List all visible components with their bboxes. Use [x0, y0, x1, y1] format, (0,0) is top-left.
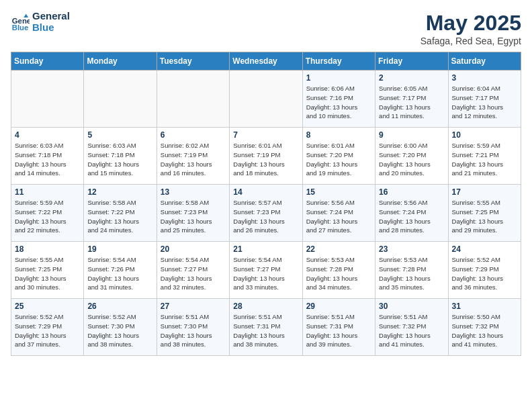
logo: General Blue General Blue — [11, 11, 70, 33]
day-info: Sunrise: 6:06 AM Sunset: 7:16 PM Dayligh… — [306, 84, 371, 121]
weekday-header-monday: Monday — [84, 52, 157, 71]
day-number: 13 — [161, 187, 226, 197]
weekday-header-friday: Friday — [375, 52, 448, 71]
logo-text-general: General — [32, 11, 70, 22]
calendar-cell: 15Sunrise: 5:56 AM Sunset: 7:24 PM Dayli… — [302, 185, 375, 242]
day-info: Sunrise: 6:02 AM Sunset: 7:19 PM Dayligh… — [161, 141, 226, 178]
calendar-week-row: 11Sunrise: 5:59 AM Sunset: 7:22 PM Dayli… — [11, 185, 521, 242]
logo-icon: General Blue — [11, 13, 30, 32]
calendar-week-row: 1Sunrise: 6:06 AM Sunset: 7:16 PM Daylig… — [11, 71, 521, 128]
calendar-cell — [230, 71, 302, 128]
title-block: May 2025 Safaga, Red Sea, Egypt — [420, 11, 521, 46]
page-header: General Blue General Blue May 2025 Safag… — [11, 11, 521, 46]
day-info: Sunrise: 5:52 AM Sunset: 7:29 PM Dayligh… — [452, 255, 517, 292]
day-info: Sunrise: 5:59 AM Sunset: 7:21 PM Dayligh… — [452, 141, 517, 178]
day-number: 29 — [306, 302, 371, 311]
day-number: 19 — [87, 244, 152, 254]
day-info: Sunrise: 5:51 AM Sunset: 7:31 PM Dayligh… — [233, 312, 298, 349]
day-info: Sunrise: 5:52 AM Sunset: 7:29 PM Dayligh… — [15, 312, 80, 349]
day-info: Sunrise: 5:52 AM Sunset: 7:30 PM Dayligh… — [87, 312, 152, 349]
day-number: 21 — [233, 244, 298, 254]
day-info: Sunrise: 6:05 AM Sunset: 7:17 PM Dayligh… — [379, 84, 444, 121]
weekday-header-tuesday: Tuesday — [157, 52, 229, 71]
day-number: 5 — [87, 130, 152, 140]
calendar-cell: 27Sunrise: 5:51 AM Sunset: 7:30 PM Dayli… — [157, 299, 229, 356]
calendar-cell: 1Sunrise: 6:06 AM Sunset: 7:16 PM Daylig… — [302, 71, 375, 128]
calendar-cell: 16Sunrise: 5:56 AM Sunset: 7:24 PM Dayli… — [375, 185, 448, 242]
calendar-cell: 4Sunrise: 6:03 AM Sunset: 7:18 PM Daylig… — [11, 128, 84, 185]
day-number: 2 — [379, 73, 444, 83]
calendar-cell: 18Sunrise: 5:55 AM Sunset: 7:25 PM Dayli… — [11, 242, 84, 299]
day-number: 6 — [161, 130, 226, 140]
day-number: 17 — [452, 187, 517, 197]
day-info: Sunrise: 6:01 AM Sunset: 7:19 PM Dayligh… — [233, 141, 298, 178]
calendar-week-row: 4Sunrise: 6:03 AM Sunset: 7:18 PM Daylig… — [11, 128, 521, 185]
calendar-cell: 14Sunrise: 5:57 AM Sunset: 7:23 PM Dayli… — [230, 185, 302, 242]
day-number: 20 — [161, 244, 226, 254]
day-number: 4 — [15, 130, 80, 140]
day-info: Sunrise: 5:55 AM Sunset: 7:25 PM Dayligh… — [452, 198, 517, 235]
calendar-table: SundayMondayTuesdayWednesdayThursdayFrid… — [11, 52, 521, 356]
day-info: Sunrise: 5:59 AM Sunset: 7:22 PM Dayligh… — [15, 198, 80, 235]
logo-text-blue: Blue — [32, 22, 70, 34]
location-subtitle: Safaga, Red Sea, Egypt — [420, 36, 521, 46]
calendar-cell: 20Sunrise: 5:54 AM Sunset: 7:27 PM Dayli… — [157, 242, 229, 299]
calendar-cell: 26Sunrise: 5:52 AM Sunset: 7:30 PM Dayli… — [84, 299, 157, 356]
calendar-cell: 19Sunrise: 5:54 AM Sunset: 7:26 PM Dayli… — [84, 242, 157, 299]
day-info: Sunrise: 5:56 AM Sunset: 7:24 PM Dayligh… — [379, 198, 444, 235]
calendar-cell: 24Sunrise: 5:52 AM Sunset: 7:29 PM Dayli… — [448, 242, 521, 299]
day-number: 31 — [452, 302, 517, 311]
day-info: Sunrise: 5:56 AM Sunset: 7:24 PM Dayligh… — [306, 198, 371, 235]
day-number: 1 — [306, 73, 371, 83]
day-info: Sunrise: 5:53 AM Sunset: 7:28 PM Dayligh… — [379, 255, 444, 292]
day-info: Sunrise: 5:54 AM Sunset: 7:26 PM Dayligh… — [87, 255, 152, 292]
day-number: 3 — [452, 73, 517, 83]
day-number: 22 — [306, 244, 371, 254]
day-info: Sunrise: 5:53 AM Sunset: 7:28 PM Dayligh… — [306, 255, 371, 292]
day-number: 9 — [379, 130, 444, 140]
day-info: Sunrise: 5:58 AM Sunset: 7:23 PM Dayligh… — [161, 198, 226, 235]
calendar-cell: 5Sunrise: 6:03 AM Sunset: 7:18 PM Daylig… — [84, 128, 157, 185]
calendar-cell — [157, 71, 229, 128]
calendar-week-row: 25Sunrise: 5:52 AM Sunset: 7:29 PM Dayli… — [11, 299, 521, 356]
day-number: 25 — [15, 302, 80, 311]
calendar-cell: 29Sunrise: 5:51 AM Sunset: 7:31 PM Dayli… — [302, 299, 375, 356]
calendar-cell: 13Sunrise: 5:58 AM Sunset: 7:23 PM Dayli… — [157, 185, 229, 242]
day-info: Sunrise: 6:01 AM Sunset: 7:20 PM Dayligh… — [306, 141, 371, 178]
day-number: 14 — [233, 187, 298, 197]
calendar-cell: 9Sunrise: 6:00 AM Sunset: 7:20 PM Daylig… — [375, 128, 448, 185]
day-number: 18 — [15, 244, 80, 254]
day-info: Sunrise: 5:54 AM Sunset: 7:27 PM Dayligh… — [161, 255, 226, 292]
day-number: 16 — [379, 187, 444, 197]
day-number: 10 — [452, 130, 517, 140]
calendar-cell: 12Sunrise: 5:58 AM Sunset: 7:22 PM Dayli… — [84, 185, 157, 242]
calendar-cell: 10Sunrise: 5:59 AM Sunset: 7:21 PM Dayli… — [448, 128, 521, 185]
calendar-cell: 11Sunrise: 5:59 AM Sunset: 7:22 PM Dayli… — [11, 185, 84, 242]
calendar-header-row: SundayMondayTuesdayWednesdayThursdayFrid… — [11, 52, 521, 71]
calendar-cell: 25Sunrise: 5:52 AM Sunset: 7:29 PM Dayli… — [11, 299, 84, 356]
day-number: 11 — [15, 187, 80, 197]
calendar-cell: 6Sunrise: 6:02 AM Sunset: 7:19 PM Daylig… — [157, 128, 229, 185]
calendar-cell: 7Sunrise: 6:01 AM Sunset: 7:19 PM Daylig… — [230, 128, 302, 185]
calendar-cell: 21Sunrise: 5:54 AM Sunset: 7:27 PM Dayli… — [230, 242, 302, 299]
day-info: Sunrise: 5:50 AM Sunset: 7:32 PM Dayligh… — [452, 312, 517, 349]
calendar-cell: 2Sunrise: 6:05 AM Sunset: 7:17 PM Daylig… — [375, 71, 448, 128]
day-info: Sunrise: 6:03 AM Sunset: 7:18 PM Dayligh… — [15, 141, 80, 178]
calendar-week-row: 18Sunrise: 5:55 AM Sunset: 7:25 PM Dayli… — [11, 242, 521, 299]
day-info: Sunrise: 5:51 AM Sunset: 7:31 PM Dayligh… — [306, 312, 371, 349]
day-number: 8 — [306, 130, 371, 140]
day-number: 12 — [87, 187, 152, 197]
calendar-body: 1Sunrise: 6:06 AM Sunset: 7:16 PM Daylig… — [11, 71, 521, 356]
calendar-cell: 28Sunrise: 5:51 AM Sunset: 7:31 PM Dayli… — [230, 299, 302, 356]
day-info: Sunrise: 5:57 AM Sunset: 7:23 PM Dayligh… — [233, 198, 298, 235]
month-title: May 2025 — [420, 11, 521, 36]
calendar-cell: 30Sunrise: 5:51 AM Sunset: 7:32 PM Dayli… — [375, 299, 448, 356]
calendar-cell — [11, 71, 84, 128]
day-number: 23 — [379, 244, 444, 254]
weekday-header-wednesday: Wednesday — [230, 52, 302, 71]
day-info: Sunrise: 5:58 AM Sunset: 7:22 PM Dayligh… — [87, 198, 152, 235]
calendar-cell: 8Sunrise: 6:01 AM Sunset: 7:20 PM Daylig… — [302, 128, 375, 185]
weekday-header-sunday: Sunday — [11, 52, 84, 71]
weekday-header-saturday: Saturday — [448, 52, 521, 71]
calendar-cell: 22Sunrise: 5:53 AM Sunset: 7:28 PM Dayli… — [302, 242, 375, 299]
